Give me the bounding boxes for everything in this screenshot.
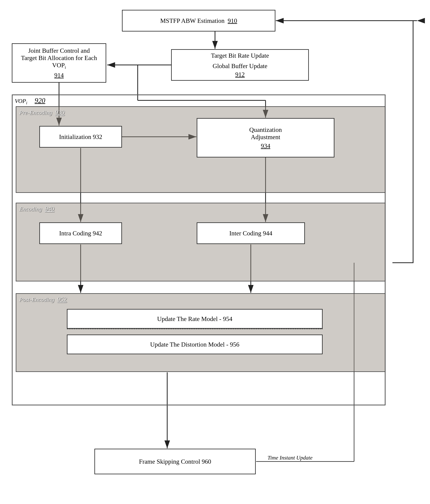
box-934: Quantization Adjustment 934 [197,118,334,157]
diagram-container: MSTFP ABW Estimation 910 Target Bit Rate… [0,0,430,504]
box-914-label1: Joint Buffer Control and [21,47,97,54]
box-912: Target Bit Rate Update Global Buffer Upd… [171,49,309,81]
box-932-label: Initialization [59,133,91,141]
box-932: Initialization 932 [39,126,122,148]
box-960-label: Frame Skipping Control [139,458,200,465]
dashed-separator [67,329,323,329]
box-934-label2: Adjustment [249,134,282,141]
box-932-num: 932 [93,133,102,141]
box-952: Post-Encoding 952 [16,293,386,372]
box-934-label1: Quantization [249,126,282,134]
box-956: Update The Distortion Model - 956 [67,334,323,354]
box-914-label3: VOPi [21,62,97,70]
box-956-label: Update The Distortion Model - 956 [150,341,239,348]
box-960: Frame Skipping Control 960 [94,449,256,474]
box-912-label2: Global Buffer Update [211,62,269,70]
box-914: Joint Buffer Control and Target Bit Allo… [12,43,106,83]
box-942-num: 942 [93,230,102,237]
box-912-num: 912 [211,71,269,78]
box-934-num: 934 [261,142,270,149]
box-944: Inter Coding 944 [197,222,305,244]
box-914-label2: Target Bit Allocation for Each [21,54,97,62]
time-instant-label: Time Instant Update [268,455,313,461]
box-910-num: 910 [228,17,237,24]
box-944-label: Inter Coding [229,230,261,237]
box-912-label1: Target Bit Rate Update [211,52,269,59]
box-942-label: Intra Coding [59,230,91,237]
box-944-num: 944 [263,230,272,237]
box-952-label: Post-Encoding 952 [19,296,67,303]
box-930-label: Pre-Encoding 930 [19,109,64,116]
box-940-label: Encoding 940 [19,205,54,213]
box-910: MSTFP ABW Estimation 910 [122,10,275,31]
box-954: Update The Rate Model - 954 [67,309,323,329]
box-910-label: MSTFP ABW Estimation [160,17,224,24]
box-954-label: Update The Rate Model - 954 [157,315,232,323]
box-960-num: 960 [202,458,211,465]
box-914-num: 914 [54,72,64,79]
box-942: Intra Coding 942 [39,222,122,244]
